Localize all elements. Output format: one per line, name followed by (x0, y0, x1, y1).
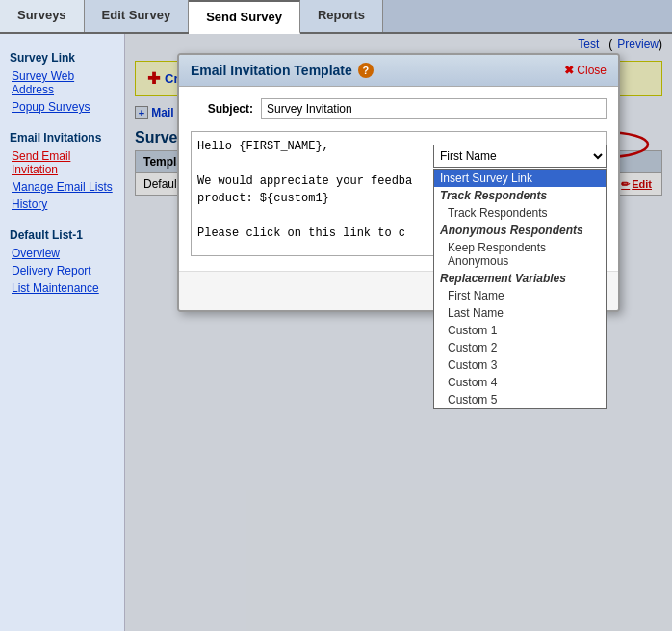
sidebar: Survey Link Survey Web Address Popup Sur… (0, 34, 125, 631)
dropdown-container: First Name Insert Survey Link Track Resp… (433, 145, 607, 409)
dropdown-item-track-respondents[interactable]: Track Respondents (434, 204, 606, 222)
dropdown-item-custom1[interactable]: Custom 1 (434, 322, 606, 339)
dropdown-item-first-name[interactable]: First Name (434, 287, 606, 304)
dropdown-item-custom3[interactable]: Custom 3 (434, 356, 606, 374)
tab-edit-survey[interactable]: Edit Survey (85, 0, 190, 32)
top-nav: Surveys Edit Survey Send Survey Reports (0, 0, 672, 34)
close-label: Close (577, 64, 607, 77)
sidebar-item-popup-surveys[interactable]: Popup Surveys (0, 98, 124, 116)
modal-overlay: Email Invitation Template ? ✖ Close Subj… (125, 34, 672, 631)
modal-title: Email Invitation Template ? (191, 63, 374, 78)
dropdown-item-custom4[interactable]: Custom 4 (434, 374, 606, 391)
dropdown-list: Insert Survey Link Track Respondents Tra… (433, 169, 607, 409)
close-x-icon: ✖ (564, 64, 574, 77)
sidebar-item-overview[interactable]: Overview (0, 245, 124, 262)
help-icon[interactable]: ? (358, 63, 374, 78)
dropdown-item-track-respondents-label: Track Respondents (434, 187, 606, 204)
modal-header: Email Invitation Template ? ✖ Close (179, 55, 618, 87)
dropdown-item-anonymous-respondents-label: Anonymous Respondents (434, 222, 606, 239)
sidebar-item-send-email-invitation[interactable]: Send Email Invitation (0, 147, 124, 178)
dropdown-item-keep-anonymous[interactable]: Keep Respondents Anonymous (434, 239, 606, 270)
dropdown-item-replacement-variables-label: Replacement Variables (434, 270, 606, 287)
tab-reports[interactable]: Reports (300, 0, 383, 32)
sidebar-email-invitations-title: Email Invitations (0, 123, 124, 147)
modal-close-button[interactable]: ✖ Close (564, 64, 607, 77)
tab-surveys[interactable]: Surveys (0, 0, 85, 32)
sidebar-survey-link-title: Survey Link (0, 43, 124, 67)
sidebar-item-delivery-report[interactable]: Delivery Report (0, 262, 124, 279)
email-template-modal: Email Invitation Template ? ✖ Close Subj… (177, 53, 620, 312)
variable-dropdown[interactable]: First Name (433, 145, 607, 168)
dropdown-item-custom2[interactable]: Custom 2 (434, 339, 606, 356)
content-area: Test (Preview) ✚ Create New Survey Invit… (125, 34, 672, 631)
modal-body: Subject: Hello {FIRST_NAME}, We would ap… (179, 87, 618, 271)
sidebar-item-manage-email-lists[interactable]: Manage Email Lists (0, 178, 124, 196)
modal-title-text: Email Invitation Template (191, 63, 352, 78)
dropdown-item-insert-survey-link[interactable]: Insert Survey Link (434, 170, 606, 187)
subject-input[interactable] (261, 98, 607, 119)
sidebar-default-list-title: Default List-1 (0, 221, 124, 245)
subject-row: Subject: (191, 98, 607, 119)
subject-label: Subject: (191, 102, 253, 116)
tab-send-survey[interactable]: Send Survey (189, 0, 300, 34)
sidebar-item-survey-web-address[interactable]: Survey Web Address (0, 67, 124, 98)
main-layout: Survey Link Survey Web Address Popup Sur… (0, 34, 672, 631)
sidebar-item-list-maintenance[interactable]: List Maintenance (0, 279, 124, 297)
dropdown-item-last-name[interactable]: Last Name (434, 304, 606, 322)
dropdown-item-custom5[interactable]: Custom 5 (434, 391, 606, 408)
sidebar-item-history[interactable]: History (0, 196, 124, 213)
